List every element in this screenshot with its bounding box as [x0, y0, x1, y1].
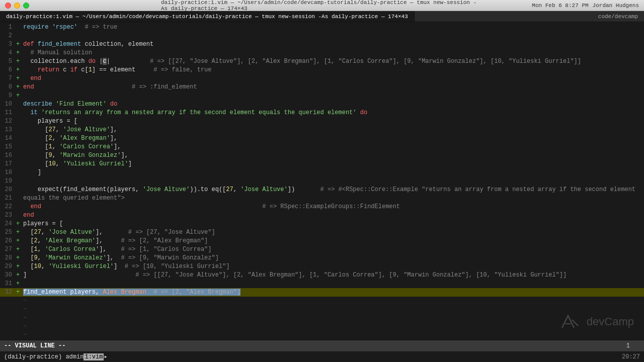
tilde-1: ~ — [0, 297, 644, 305]
terminal-cursor: 1:vim — [84, 353, 104, 360]
line-13: 13 [27, 'Jose Altuve'], — [0, 126, 644, 134]
maximize-button[interactable] — [23, 3, 29, 9]
line-26: 26 + [2, 'Alex Bregman'], # => [2, "Alex… — [0, 237, 644, 245]
window-controls — [5, 3, 29, 9]
terminal-prompt: ▸ — [104, 353, 107, 360]
terminal-time: 20:27 — [622, 353, 640, 360]
line-8: 8 + end # => :find_element — [0, 83, 644, 92]
code-area[interactable]: 1 require 'rspec' # => true 2 3 + def fi… — [0, 22, 644, 340]
line-9: 9 + — [0, 92, 644, 100]
line-15: 15 [1, 'Carlos Correa'], — [0, 143, 644, 151]
line-22: 22 end # => RSpec::ExampleGroups::FindEl… — [0, 203, 644, 211]
line-27: 27 + [1, 'Carlos Correa'], # => [1, "Car… — [0, 245, 644, 254]
tab-devcamp[interactable]: code/devcamp — [592, 11, 644, 22]
line-17: 17 [10, 'Yulieski Gurriel'] — [0, 160, 644, 168]
statusbar: -- VISUAL LINE -- 1 — [0, 340, 644, 351]
line-31: 31 + — [0, 280, 644, 288]
minimize-button[interactable] — [14, 3, 20, 9]
line-20: 20 expect(find_element(players, 'Jose Al… — [0, 186, 644, 194]
line-4: 4 + # Manual solution — [0, 49, 644, 57]
line-19: 19 — [0, 177, 644, 186]
terminal-bar: (daily-practice) admin 1:vim ▸ 20:27 — [0, 351, 644, 362]
tabbar: daily-practice:1.vim — ~/Users/admin/cod… — [0, 11, 644, 22]
tilde-5: ~ — [0, 331, 644, 339]
system-info: Mon Feb 6 8:27 PM Jordan Hudgens — [532, 3, 639, 9]
window-title: daily-practice:1.vim — ~/Users/admin/cod… — [161, 0, 483, 12]
line-16: 16 [9, 'Marwin Gonzalez'], — [0, 151, 644, 160]
devcamp-logo-icon — [557, 312, 583, 332]
line-28: 28 + [9, 'Marwin Gonzalez'], # => [9, "M… — [0, 254, 644, 262]
close-button[interactable] — [5, 3, 11, 9]
devcamp-logo: devCamp — [557, 312, 634, 332]
line-18: 18 ] — [0, 168, 644, 177]
line-1: 1 require 'rspec' # => true — [0, 23, 644, 32]
datetime: Mon Feb 6 8:27 PM — [532, 3, 588, 9]
tab-vim[interactable]: daily-practice:1.vim — ~/Users/admin/cod… — [0, 11, 415, 22]
line-21: 21 equals the queried element"> — [0, 194, 644, 203]
line-29: 29 + [10, 'Yulieski Gurriel'] # => [10, … — [0, 262, 644, 271]
line-11: 11 it 'returns an array from a nested ar… — [0, 109, 644, 117]
tilde-3: ~ — [0, 314, 644, 322]
vim-mode: -- VISUAL LINE -- — [4, 342, 65, 349]
username: Jordan Hudgens — [593, 3, 639, 9]
tilde-6: ~ — [0, 339, 644, 340]
line-col-indicator: 1 — [626, 342, 630, 349]
line-23: 23 end — [0, 211, 644, 220]
line-30: 30 + ] # => [[27, "Jose Altuve"], [2, "A… — [0, 271, 644, 280]
line-10: 10 describe 'Find Element' do — [0, 100, 644, 109]
line-2: 2 — [0, 32, 644, 40]
line-5: 5 + collection.each do |c| # => [[27, "J… — [0, 57, 644, 66]
line-7: 7 + end — [0, 74, 644, 83]
line-14: 14 [2, 'Alex Bregman'], — [0, 134, 644, 143]
line-6: 6 + return c if c[1] == element # => fal… — [0, 66, 644, 74]
line-25: 25 + [27, 'Jose Altuve'], # => [27, "Jos… — [0, 228, 644, 237]
tilde-4: ~ — [0, 322, 644, 331]
line-3: 3 + def find_element collection, element — [0, 40, 644, 49]
line-24: 24 + players = [ — [0, 220, 644, 228]
line-32: 32 + find_element players, Alex Bregman … — [0, 288, 644, 297]
editor: 1 require 'rspec' # => true 2 3 + def fi… — [0, 22, 644, 340]
line-12: 12 players = [ — [0, 117, 644, 126]
terminal-session: (daily-practice) admin — [4, 353, 84, 360]
titlebar: daily-practice:1.vim — ~/Users/admin/cod… — [0, 0, 644, 11]
tilde-2: ~ — [0, 305, 644, 314]
